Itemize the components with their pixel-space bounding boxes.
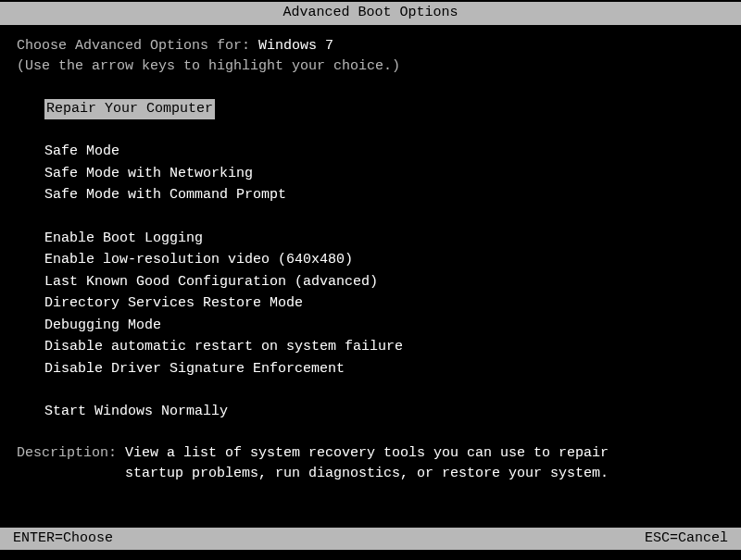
- title-bar: Advanced Boot Options: [0, 2, 741, 25]
- intro-line: Choose Advanced Options for: Windows 7: [17, 36, 724, 57]
- description-text-1: View a list of system recovery tools you…: [125, 445, 609, 461]
- menu-item-low-resolution-video[interactable]: Enable low-resolution video (640x480): [44, 250, 724, 271]
- description-label: Description:: [17, 445, 125, 461]
- footer-bar: ENTER=Choose ESC=Cancel: [0, 528, 741, 551]
- menu-item-disable-driver-signature[interactable]: Disable Driver Signature Enforcement: [44, 359, 724, 380]
- menu-item-start-windows-normally[interactable]: Start Windows Normally: [44, 402, 724, 423]
- menu-item-repair-your-computer[interactable]: Repair Your Computer: [44, 99, 215, 120]
- menu-spacer: [44, 380, 724, 401]
- menu-item-enable-boot-logging[interactable]: Enable Boot Logging: [44, 229, 724, 250]
- content-area: Choose Advanced Options for: Windows 7 (…: [0, 25, 741, 485]
- menu-item-debugging-mode[interactable]: Debugging Mode: [44, 316, 724, 337]
- os-name: Windows 7: [258, 38, 333, 54]
- footer-esc-hint: ESC=Cancel: [645, 529, 728, 550]
- description-block: Description: View a list of system recov…: [17, 443, 724, 485]
- menu-item-safe-mode-command-prompt[interactable]: Safe Mode with Command Prompt: [44, 185, 724, 206]
- description-text-2: startup problems, run diagnostics, or re…: [17, 464, 724, 485]
- menu-spacer: [44, 207, 724, 228]
- menu-item-last-known-good-config[interactable]: Last Known Good Configuration (advanced): [44, 272, 724, 293]
- description-line1: Description: View a list of system recov…: [17, 443, 724, 465]
- menu-spacer: [44, 120, 724, 141]
- intro-prefix: Choose Advanced Options for:: [17, 38, 258, 54]
- menu-item-safe-mode-networking[interactable]: Safe Mode with Networking: [44, 164, 724, 185]
- page-title: Advanced Boot Options: [283, 5, 458, 20]
- boot-menu: Repair Your Computer Safe Mode Safe Mode…: [17, 98, 724, 423]
- menu-item-disable-auto-restart[interactable]: Disable automatic restart on system fail…: [44, 337, 724, 358]
- footer-enter-hint: ENTER=Choose: [13, 529, 113, 550]
- menu-item-safe-mode[interactable]: Safe Mode: [44, 142, 724, 163]
- menu-item-directory-services-restore[interactable]: Directory Services Restore Mode: [44, 293, 724, 315]
- instruction-text: (Use the arrow keys to highlight your ch…: [17, 56, 724, 78]
